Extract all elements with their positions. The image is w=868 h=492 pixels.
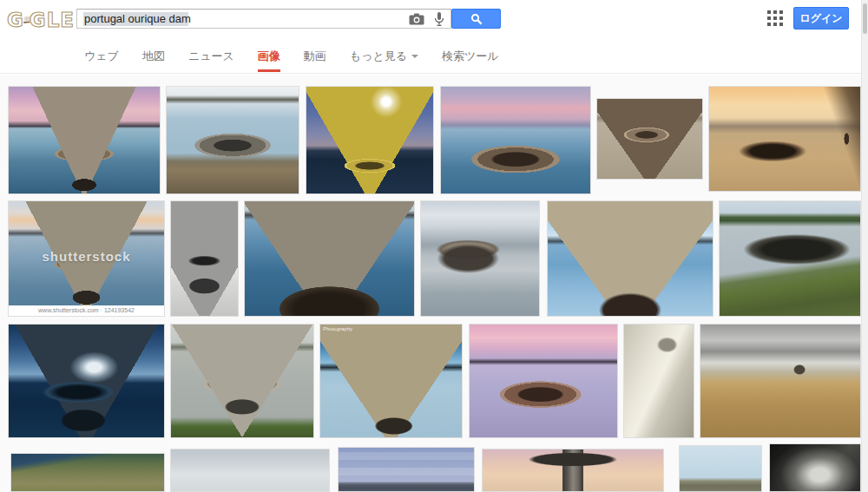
search-input[interactable] <box>82 10 405 28</box>
search-mode-tabs: ウェブ地図ニュース画像動画もっと見る検索ツール <box>84 39 523 74</box>
image-result[interactable] <box>769 443 861 492</box>
image-result[interactable] <box>170 324 314 438</box>
image-result[interactable]: Photography <box>319 324 463 438</box>
image-result[interactable] <box>8 324 165 438</box>
tab-label: 動画 <box>304 49 326 64</box>
image-result[interactable] <box>8 86 161 194</box>
search-box <box>76 9 451 29</box>
image-result[interactable] <box>338 447 475 492</box>
login-button[interactable]: ログイン <box>793 7 849 30</box>
search-by-image-button[interactable] <box>405 10 428 28</box>
tab-label: ニュース <box>188 49 234 64</box>
tab-label: 地図 <box>142 49 165 64</box>
image-result[interactable] <box>700 324 861 438</box>
stock-photo-caption: www.shutterstock.com · 124193542 <box>9 305 164 316</box>
apps-grid-button[interactable] <box>766 10 784 28</box>
tab-web[interactable]: ウェブ <box>84 39 119 74</box>
image-result[interactable] <box>623 324 694 438</box>
tab-label: 画像 <box>258 49 280 64</box>
watermark-text: shutterstock <box>9 249 164 264</box>
image-result[interactable] <box>547 200 713 317</box>
image-result[interactable] <box>420 200 540 317</box>
tab-label: ウェブ <box>84 49 119 64</box>
image-result[interactable] <box>166 86 299 194</box>
image-result[interactable]: shutterstockwww.shutterstock.com · 12419… <box>8 200 165 317</box>
image-result[interactable] <box>306 86 434 194</box>
scrollbar-thumb[interactable] <box>863 3 867 34</box>
tab-search-tools[interactable]: 検索ツール <box>442 39 499 74</box>
tab-label: 検索ツール <box>442 49 499 64</box>
search-icon <box>470 13 483 25</box>
image-result[interactable] <box>440 86 591 194</box>
image-result[interactable] <box>482 449 664 492</box>
image-result[interactable] <box>469 324 618 438</box>
image-result[interactable] <box>719 200 861 317</box>
search-modes-bar: ウェブ地図ニュース画像動画もっと見る検索ツール セーフサーチ ⚙ <box>0 39 861 74</box>
image-result[interactable] <box>244 200 415 317</box>
image-result[interactable] <box>708 86 861 192</box>
tab-news[interactable]: ニュース <box>188 39 234 74</box>
image-results-grid: shutterstockwww.shutterstock.com · 12419… <box>0 75 861 492</box>
header-bar: G GLE <box>0 0 861 39</box>
image-result[interactable] <box>170 449 330 492</box>
image-result[interactable] <box>10 453 165 492</box>
voice-search-button[interactable] <box>428 10 450 28</box>
tab-videos[interactable]: 動画 <box>304 39 326 74</box>
watermark-text: Photography <box>323 326 352 331</box>
image-result[interactable] <box>170 200 239 317</box>
tab-more[interactable]: もっと見る <box>350 39 418 74</box>
tab-label: もっと見る <box>350 49 407 64</box>
search-button[interactable] <box>451 9 501 29</box>
image-result[interactable] <box>596 98 703 180</box>
chevron-down-icon <box>411 55 418 58</box>
google-doodle-logo[interactable]: G GLE <box>7 3 75 37</box>
scrollbar-track[interactable] <box>861 0 868 492</box>
tab-images[interactable]: 画像 <box>258 39 280 74</box>
microphone-icon <box>434 11 444 27</box>
image-result[interactable] <box>679 445 762 492</box>
apps-grid-icon <box>767 10 783 26</box>
logo-letters-gle: GLE <box>30 3 75 37</box>
camera-icon <box>409 13 424 25</box>
tab-maps[interactable]: 地図 <box>142 39 165 74</box>
